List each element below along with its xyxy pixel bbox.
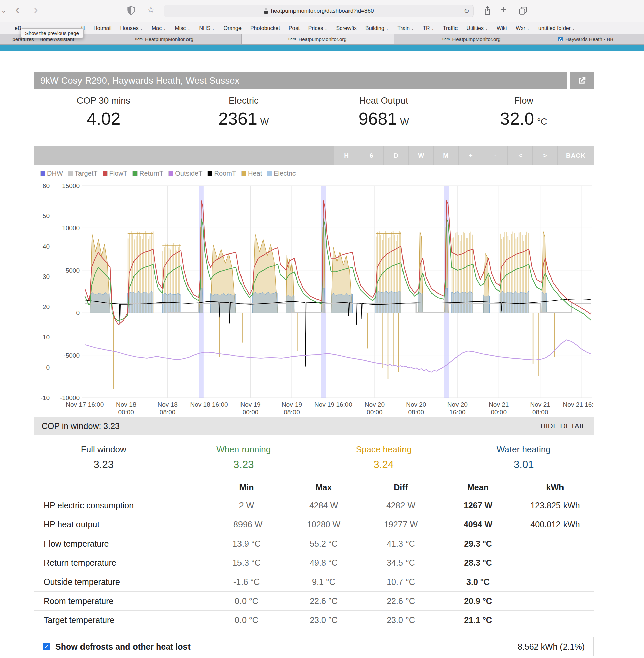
legend-label: TargetT bbox=[75, 170, 98, 178]
chevron-down-icon: ⌄ bbox=[485, 26, 488, 30]
bookmark-item-photobucket[interactable]: Photobucket bbox=[250, 25, 280, 31]
bookmark-item-untitled-folder[interactable]: untitled folder⌄ bbox=[538, 25, 575, 31]
bookmark-item-orange[interactable]: Orange bbox=[224, 25, 242, 31]
legend-swatch bbox=[168, 171, 174, 176]
stat-value-row: 9681W bbox=[314, 109, 454, 129]
new-tab-button[interactable]: + bbox=[501, 3, 507, 16]
defrost-value: 8.562 kWh (2.1%) bbox=[518, 642, 584, 652]
summary-when-running[interactable]: When running3.23 bbox=[174, 444, 314, 477]
stat-cop-30-mins: COP 30 mins4.02 bbox=[33, 96, 174, 134]
svg-text:30: 30 bbox=[43, 273, 50, 280]
stat-value-row: 32.0°C bbox=[454, 109, 594, 129]
bookmark-item-nhs[interactable]: NHS⌄ bbox=[199, 25, 215, 31]
bookmark-item-misc[interactable]: Misc⌄ bbox=[175, 25, 190, 31]
tab-label: HeatpumpMonitor.org bbox=[298, 36, 346, 42]
svg-text:20: 20 bbox=[43, 303, 50, 310]
chart-toolbar-button-<[interactable]: < bbox=[508, 146, 532, 165]
svg-text:Nov 20: Nov 20 bbox=[447, 401, 467, 408]
legend-item-outsidet: OutsideT bbox=[168, 170, 202, 178]
legend-swatch bbox=[241, 171, 246, 176]
bookmark-label: NHS bbox=[199, 25, 211, 31]
bookmark-item-hotmail[interactable]: Hotmail bbox=[93, 25, 111, 31]
stat-label: Heat Output bbox=[314, 96, 454, 106]
forward-button[interactable]: › bbox=[33, 3, 38, 17]
hide-detail-button[interactable]: HIDE DETAIL bbox=[540, 422, 585, 430]
summary-full-window[interactable]: Full window3.23 bbox=[33, 444, 174, 477]
reload-icon[interactable]: ↻ bbox=[463, 7, 469, 15]
summary-space-heating[interactable]: Space heating3.24 bbox=[314, 444, 454, 477]
row-label: Room temperature bbox=[33, 596, 208, 606]
bookmark-item-houses[interactable]: Houses⌄ bbox=[120, 25, 142, 31]
stat-value-row: 4.02 bbox=[33, 109, 174, 129]
bookmark-label: Post bbox=[289, 25, 300, 31]
legend-label: OutsideT bbox=[175, 170, 202, 178]
bookmark-item-tr[interactable]: TR⌄ bbox=[423, 25, 434, 31]
chart-toolbar-button-w[interactable]: W bbox=[409, 146, 433, 165]
timeseries-chart[interactable]: 6050403020100-10150001000050000-5000-100… bbox=[33, 179, 594, 417]
browser-tab-5[interactable]: Haywards Heath - BB bbox=[549, 33, 644, 44]
bookmark-item-wiki[interactable]: Wiki bbox=[497, 25, 507, 31]
chart-toolbar-button-back[interactable]: BACK bbox=[558, 146, 594, 165]
chevron-down-icon: ⌄ bbox=[140, 26, 143, 30]
chart-toolbar-button-d[interactable]: D bbox=[384, 146, 408, 165]
bookmark-item-mac[interactable]: Mac⌄ bbox=[152, 25, 166, 31]
row-value: 2 W bbox=[208, 501, 285, 510]
summary-label: When running bbox=[174, 444, 314, 455]
bookmark-item-wxr[interactable]: Wxr⌄ bbox=[515, 25, 530, 31]
address-bar[interactable]: heatpumpmonitor.org/dashboard?id=860 ↻ bbox=[164, 5, 474, 18]
window-chevron-icon: ⌄ bbox=[1, 6, 7, 15]
bookmark-item-post[interactable]: Post bbox=[289, 25, 300, 31]
defrost-checkbox[interactable]: ✓ bbox=[43, 643, 50, 650]
summary-water-heating[interactable]: Water heating3.01 bbox=[454, 444, 594, 477]
tab-label: HeatpumpMonitor.org bbox=[145, 36, 193, 42]
row-value: 1267 W bbox=[439, 501, 516, 510]
bookmark-item-building[interactable]: Building⌄ bbox=[365, 25, 389, 31]
tab-label: HeatpumpMonitor.org bbox=[452, 36, 501, 42]
stat-label: Electric bbox=[174, 96, 314, 106]
browser-tab-4[interactable]: 0emHeatpumpMonitor.org bbox=[394, 33, 549, 44]
chart-toolbar-button->[interactable]: > bbox=[533, 146, 557, 165]
legend-swatch bbox=[207, 171, 212, 176]
summary-label: Space heating bbox=[314, 444, 454, 455]
legend-label: DHW bbox=[47, 170, 63, 178]
summary-value: 3.23 bbox=[33, 459, 174, 471]
bookmark-label: Orange bbox=[224, 25, 242, 31]
browser-tab-2[interactable]: 0emHeatpumpMonitor.org bbox=[87, 33, 242, 44]
share-icon bbox=[577, 75, 586, 86]
chart-toolbar-button-+[interactable]: + bbox=[459, 146, 483, 165]
bookmark-item-prices[interactable]: Prices⌄ bbox=[308, 25, 328, 31]
bookmark-item-traffic[interactable]: Traffic bbox=[443, 25, 458, 31]
bookmark-item-train[interactable]: Train⌄ bbox=[397, 25, 414, 31]
legend-label: Heat bbox=[248, 170, 262, 178]
chart-toolbar-button-m[interactable]: M bbox=[434, 146, 458, 165]
site-header-strip bbox=[0, 45, 644, 51]
bookmark-star-icon[interactable]: ☆ bbox=[147, 5, 155, 15]
svg-text:15000: 15000 bbox=[62, 182, 80, 189]
bookmark-item-utilities[interactable]: Utilities⌄ bbox=[466, 25, 488, 31]
chart-toolbar-button-h[interactable]: H bbox=[335, 146, 359, 165]
chart-toolbar-button-6[interactable]: 6 bbox=[359, 146, 383, 165]
share-dashboard-button[interactable] bbox=[570, 72, 594, 89]
share-toolbar-icon[interactable] bbox=[483, 5, 492, 17]
bookmark-item-screwfix[interactable]: Screwfix bbox=[337, 25, 356, 31]
stats-row: COP 30 mins4.02Electric2361WHeat Output9… bbox=[33, 89, 594, 134]
row-value: 19277 W bbox=[362, 520, 439, 529]
chevron-down-icon: ⌄ bbox=[386, 26, 389, 30]
row-value: 55.2 °C bbox=[285, 539, 362, 549]
table-row: HP heat output-8996 W10280 W19277 W4094 … bbox=[33, 515, 594, 534]
row-value: 21.1 °C bbox=[439, 615, 516, 625]
cop-window-label: COP in window: 3.23 bbox=[42, 422, 120, 431]
tab-overview-icon[interactable] bbox=[518, 6, 528, 17]
row-label: HP heat output bbox=[33, 520, 208, 529]
legend-item-dhw: DHW bbox=[40, 170, 63, 178]
back-button[interactable]: ‹ bbox=[16, 3, 20, 17]
row-value: 49.8 °C bbox=[285, 558, 362, 568]
legend-swatch bbox=[267, 171, 272, 176]
tab-label: Haywards Heath - BB bbox=[565, 36, 614, 42]
svg-text:08:00: 08:00 bbox=[284, 409, 300, 416]
bookmark-item-eb[interactable]: eB bbox=[15, 25, 21, 31]
privacy-shield-icon[interactable] bbox=[127, 6, 136, 17]
browser-tab-3[interactable]: 0emHeatpumpMonitor.org bbox=[242, 33, 394, 44]
chart-toolbar-button--[interactable]: - bbox=[483, 146, 507, 165]
legend-item-flowt: FlowT bbox=[102, 170, 128, 178]
